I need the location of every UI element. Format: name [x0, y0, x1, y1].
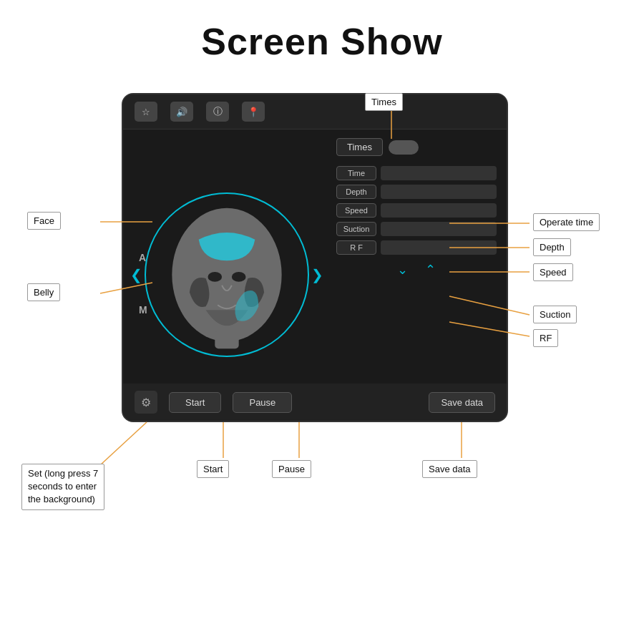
start-label-ann: Start — [197, 460, 229, 478]
face-callout-label: Face — [27, 212, 61, 230]
belly-callout-label: Belly — [27, 283, 60, 301]
suction-label: Suction — [336, 222, 376, 236]
depth-label: Depth — [336, 185, 376, 199]
star-icon[interactable]: ☆ — [135, 102, 157, 122]
svg-point-3 — [208, 272, 222, 282]
times-toggle[interactable] — [389, 140, 419, 155]
times-callout-label: Times — [365, 93, 403, 111]
speed-label: Speed — [336, 203, 376, 218]
rf-label-ann: RF — [533, 329, 558, 347]
operate-time-label: Operate time — [533, 213, 600, 231]
up-arrow-btn[interactable]: ⌃ — [425, 262, 436, 278]
save-data-label-ann: Save data — [422, 460, 477, 478]
gear-button[interactable]: ⚙ — [135, 391, 157, 414]
svg-line-17 — [100, 422, 147, 465]
time-bar[interactable] — [381, 166, 497, 180]
rf-label: R F — [336, 240, 376, 255]
times-button[interactable]: Times — [336, 138, 383, 156]
face-model[interactable] — [145, 192, 309, 357]
depth-bar[interactable] — [381, 185, 497, 199]
controls-area: Times Time Depth Speed Suction R F — [331, 130, 507, 420]
suction-bar[interactable] — [381, 222, 497, 236]
ctrl-row-depth: Depth — [336, 185, 497, 199]
ctrl-row-time: Time — [336, 166, 497, 180]
arrow-nav: ⌄ ⌃ — [336, 262, 497, 278]
pause-button[interactable]: Pause — [233, 392, 292, 413]
svg-point-4 — [232, 272, 246, 282]
set-label-ann: Set (long press 7 seconds to enter the b… — [21, 464, 104, 510]
ctrl-row-suction: Suction — [336, 222, 497, 236]
bottom-bar: ⚙ Start Pause Save data — [123, 384, 507, 421]
ctrl-row-rf: R F — [336, 240, 497, 255]
speed-label-ann: Speed — [533, 263, 573, 281]
time-label: Time — [336, 166, 376, 180]
save-button[interactable]: Save data — [429, 392, 495, 413]
speed-bar[interactable] — [381, 203, 497, 218]
left-arrow-icon[interactable]: ❮ — [130, 266, 142, 283]
times-row: Times — [336, 138, 497, 156]
page-title: Screen Show — [0, 0, 644, 63]
down-arrow-btn[interactable]: ⌄ — [397, 262, 408, 278]
location-icon[interactable]: 📍 — [242, 102, 265, 122]
label-m: M — [139, 304, 147, 316]
volume-icon[interactable]: 🔊 — [170, 102, 193, 122]
depth-label-ann: Depth — [533, 238, 571, 256]
ctrl-row-speed: Speed — [336, 203, 497, 218]
svg-rect-2 — [215, 331, 238, 349]
top-bar: ☆ 🔊 ⓘ 📍 — [123, 94, 507, 130]
pause-label-ann: Pause — [272, 460, 311, 478]
device-screen: ☆ 🔊 ⓘ 📍 ❮ A M — [122, 93, 508, 422]
info-icon[interactable]: ⓘ — [206, 102, 229, 122]
face-area: ❮ A M — [123, 130, 331, 420]
start-button[interactable]: Start — [169, 392, 221, 413]
main-area: ❮ A M — [123, 130, 507, 420]
suction-label-ann: Suction — [533, 306, 577, 323]
right-arrow-icon[interactable]: ❯ — [311, 266, 323, 283]
rf-bar[interactable] — [381, 240, 497, 255]
